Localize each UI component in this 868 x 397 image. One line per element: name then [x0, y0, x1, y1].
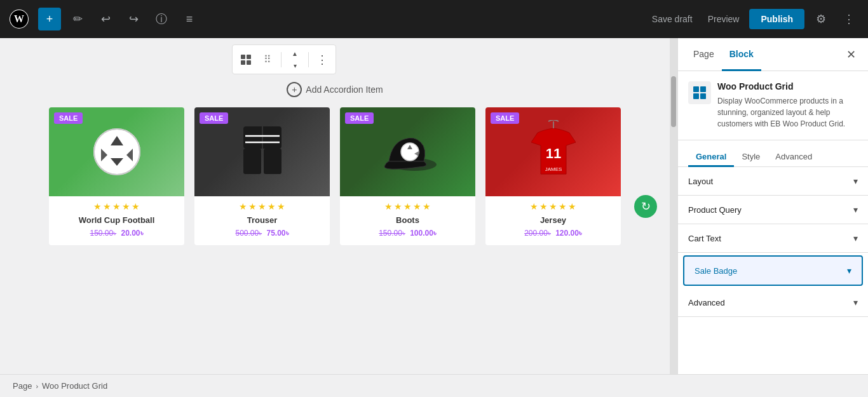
- tab-style[interactable]: Style: [734, 148, 768, 167]
- product-name: Trouser: [194, 214, 330, 229]
- product-price: 500.00৳ 75.00৳: [194, 229, 330, 238]
- wp-logo[interactable]: W: [8, 8, 31, 30]
- accordion-advanced[interactable]: Advanced ▾: [678, 288, 868, 317]
- star-rating: ★ ★ ★ ★ ★: [485, 196, 621, 214]
- svg-rect-5: [241, 60, 245, 65]
- accordion-product-query[interactable]: Product Query ▾: [678, 196, 868, 224]
- product-card: SALE ★ ★ ★ ★: [194, 107, 330, 245]
- sale-badge: SALE: [54, 112, 83, 124]
- refresh-indicator: ↻: [634, 195, 657, 218]
- product-card: SALE ★ ★ ★ ★: [49, 107, 184, 245]
- product-price: 200.00৳ 120.00৳: [485, 229, 621, 238]
- move-down-button[interactable]: ▾: [285, 60, 304, 71]
- add-accordion-label: Add Accordion Item: [306, 84, 383, 95]
- svg-rect-29: [700, 93, 706, 99]
- svg-text:W: W: [14, 13, 24, 24]
- accordion-list: Layout ▾ Product Query ▾ Cart Text ▾ Sal…: [678, 167, 868, 374]
- editor-scrollbar[interactable]: [670, 38, 677, 374]
- new-price: 120.00৳: [555, 229, 582, 238]
- star-rating: ★ ★ ★ ★ ★: [49, 196, 184, 214]
- publish-button[interactable]: Publish: [749, 9, 804, 29]
- grid-view-toolbar-button[interactable]: [236, 50, 255, 69]
- drag-handle-button[interactable]: ⠿: [258, 50, 277, 69]
- toolbar-divider: [281, 52, 281, 67]
- save-draft-button[interactable]: Save draft: [647, 14, 698, 24]
- svg-rect-4: [247, 55, 251, 59]
- svg-text:JAMES: JAMES: [545, 166, 562, 172]
- sale-badge: SALE: [491, 112, 519, 124]
- accordion-label: Advanced: [688, 298, 853, 307]
- chevron-down-icon: ▾: [847, 266, 851, 276]
- edit-icon[interactable]: ✏: [66, 8, 89, 30]
- drag-icon: ⠿: [264, 53, 272, 65]
- tab-page[interactable]: Page: [686, 39, 722, 71]
- svg-rect-3: [241, 55, 245, 59]
- svg-rect-6: [247, 60, 251, 65]
- accordion-label: Layout: [688, 177, 853, 186]
- accordion-label: Product Query: [688, 205, 853, 215]
- product-name: Boots: [340, 214, 475, 229]
- tab-general[interactable]: General: [688, 148, 734, 167]
- redo-button[interactable]: ↪: [122, 8, 145, 30]
- accordion-label: Cart Text: [688, 234, 853, 243]
- chevron-down-icon: ▾: [853, 205, 858, 215]
- svg-text:11: 11: [545, 145, 560, 161]
- panel-tabs: Page Block ✕: [678, 38, 868, 71]
- chevron-down-icon: ▾: [853, 176, 858, 186]
- add-block-button[interactable]: +: [38, 8, 61, 30]
- svg-rect-27: [700, 86, 706, 92]
- right-panel: Page Block ✕ Woo Product Grid Display Wo…: [677, 38, 868, 374]
- new-price: 20.00৳: [121, 229, 144, 238]
- tab-advanced[interactable]: Advanced: [768, 148, 820, 167]
- sale-badge: SALE: [200, 112, 228, 124]
- info-button[interactable]: ⓘ: [150, 8, 173, 30]
- chevron-down-icon: ▾: [853, 233, 858, 243]
- new-price: 100.00৳: [410, 229, 437, 238]
- undo-button[interactable]: ↩: [94, 8, 117, 30]
- block-info: Woo Product Grid Display WooCommerce pro…: [678, 71, 868, 140]
- chevron-down-icon: ▾: [853, 297, 858, 307]
- scroll-thumb[interactable]: [671, 76, 676, 127]
- move-up-button[interactable]: ▲: [285, 48, 304, 59]
- block-icon-image: [688, 81, 711, 104]
- main-area: ⠿ ▲ ▾ ⋮ + Add Accordion Item SALE: [0, 38, 868, 374]
- old-price: 200.00৳: [524, 229, 551, 238]
- star-rating: ★ ★ ★ ★ ★: [194, 196, 330, 214]
- block-info-desc: Display WooCommerce products in a stunni…: [717, 95, 858, 130]
- old-price: 150.00৳: [379, 229, 405, 238]
- add-icon: +: [287, 82, 302, 97]
- breadcrumb-current: Woo Product Grid: [42, 381, 107, 391]
- settings-gear-button[interactable]: ⚙: [810, 8, 832, 30]
- svg-rect-16: [264, 149, 281, 174]
- more-block-options-button[interactable]: ⋮: [313, 50, 332, 69]
- svg-rect-28: [693, 93, 699, 99]
- block-info-title: Woo Product Grid: [717, 81, 858, 91]
- sale-badge: SALE: [345, 112, 374, 124]
- accordion-label: Sale Badge: [695, 266, 847, 276]
- more-options-button[interactable]: ⋮: [837, 8, 860, 30]
- product-price: 150.00৳ 20.00৳: [49, 229, 184, 238]
- panel-close-button[interactable]: ✕: [841, 45, 860, 64]
- add-accordion-area: + Add Accordion Item: [13, 82, 657, 97]
- breadcrumb: Page › Woo Product Grid: [0, 374, 868, 397]
- accordion-sale-badge[interactable]: Sale Badge ▾: [683, 255, 863, 286]
- product-card: SALE ★ ★ ★: [340, 107, 475, 245]
- tab-block[interactable]: Block: [722, 39, 761, 71]
- breadcrumb-page: Page: [13, 381, 32, 391]
- editor-area: ⠿ ▲ ▾ ⋮ + Add Accordion Item SALE: [0, 38, 670, 374]
- product-card: SALE 11 JAMES ★ ★ ★ ★: [485, 107, 621, 245]
- accordion-layout[interactable]: Layout ▾: [678, 167, 868, 196]
- product-price: 150.00৳ 100.00৳: [340, 229, 475, 238]
- svg-rect-15: [243, 149, 261, 174]
- topbar: W + ✏ ↩ ↪ ⓘ ≡ Save draft Preview Publish…: [0, 0, 868, 38]
- star-rating: ★ ★ ★ ★ ★: [340, 196, 475, 214]
- block-toolbar: ⠿ ▲ ▾ ⋮: [232, 44, 336, 74]
- product-name: Jersey: [485, 214, 621, 229]
- list-view-button[interactable]: ≡: [178, 8, 201, 30]
- product-name: World Cup Football: [49, 214, 184, 229]
- preview-button[interactable]: Preview: [703, 14, 745, 24]
- toolbar-divider-2: [308, 52, 309, 67]
- old-price: 150.00৳: [90, 229, 116, 238]
- accordion-cart-text[interactable]: Cart Text ▾: [678, 224, 868, 253]
- svg-rect-26: [693, 86, 699, 92]
